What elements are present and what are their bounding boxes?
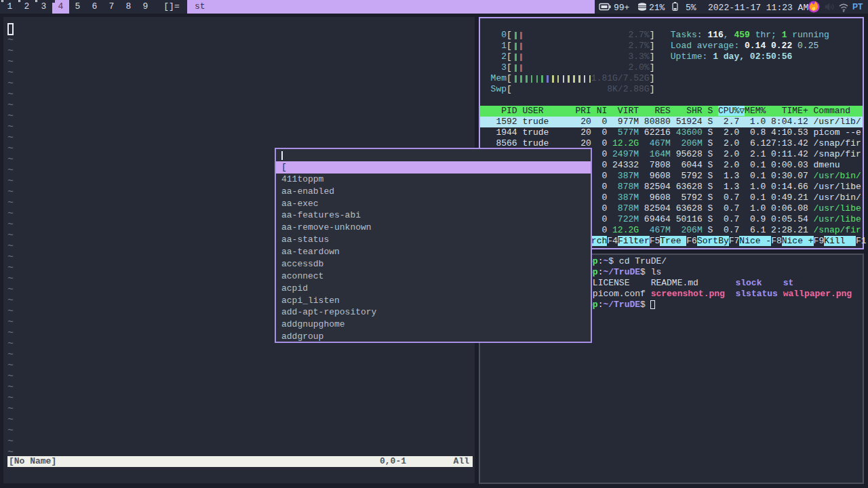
svg-text:5%: 5% — [686, 3, 696, 13]
svg-text:2022-11-17 11:23 AM: 2022-11-17 11:23 AM — [708, 3, 808, 13]
svg-text:99+: 99+ — [614, 3, 630, 13]
svg-text:21%: 21% — [649, 3, 665, 13]
svg-text:PT: PT — [852, 2, 863, 12]
